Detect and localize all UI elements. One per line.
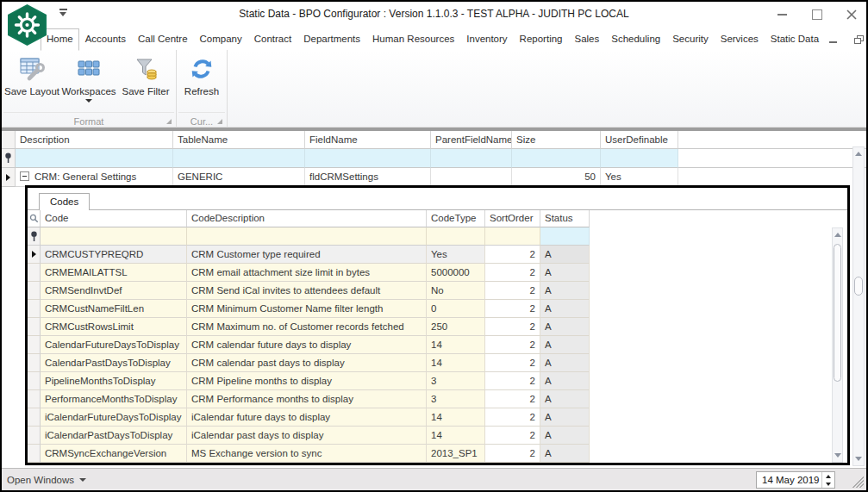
ribbon-tab-reporting[interactable]: Reporting — [514, 28, 569, 50]
cell-code[interactable]: CalendarPastDaysToDisplay — [41, 354, 187, 372]
cell-desc[interactable]: CRM Maximum no. of Customer records fetc… — [187, 318, 427, 336]
codes-grid-scrollbar[interactable] — [832, 227, 843, 463]
column-header-fieldname[interactable]: FieldName — [305, 131, 431, 149]
cell-desc[interactable]: iCalendar future days to display — [187, 408, 427, 427]
cell-status[interactable]: A — [540, 318, 590, 336]
filter-cell-parentfieldname[interactable] — [431, 149, 512, 168]
collapse-detail-icon[interactable] — [20, 171, 29, 181]
cell-type[interactable]: 14 — [427, 408, 485, 427]
cell-desc[interactable]: CRM email attachment size limit in bytes — [187, 264, 427, 282]
column-header-description[interactable]: Description — [16, 131, 173, 149]
cell-desc[interactable]: CRM Performance months to display — [187, 390, 427, 408]
codes-grid-row[interactable]: CalendarPastDaysToDisplayCRM calendar pa… — [28, 354, 847, 372]
filter-cell-size[interactable] — [512, 149, 601, 168]
date-spin-down-icon[interactable] — [822, 480, 834, 488]
filter-cell-sortorder[interactable] — [485, 227, 540, 246]
date-spin-up-icon[interactable] — [822, 472, 834, 480]
scroll-down-icon[interactable] — [853, 452, 864, 465]
cell-code[interactable]: CRMCustNameFiltLen — [41, 300, 187, 318]
ribbon-tab-human-resources[interactable]: Human Resources — [366, 28, 460, 50]
cell-status[interactable]: A — [540, 408, 590, 427]
column-header-size[interactable]: Size — [512, 131, 601, 149]
format-group-dialog-launcher-icon[interactable] — [166, 119, 172, 124]
quick-access-toolbar-arrow-icon[interactable] — [59, 9, 69, 19]
ribbon-tab-services[interactable]: Services — [715, 28, 765, 50]
minimize-button[interactable] — [777, 8, 789, 20]
filter-cell-fieldname[interactable] — [305, 149, 431, 168]
ribbon-tab-security[interactable]: Security — [666, 28, 715, 50]
filter-cell-codetype[interactable] — [427, 227, 485, 246]
mdi-minimize-button[interactable] — [828, 35, 839, 45]
cell-status[interactable]: A — [540, 354, 590, 372]
filter-cell-description[interactable] — [16, 149, 173, 168]
cell-code[interactable]: CRMEMAILATTSL — [41, 264, 187, 282]
scroll-thumb[interactable] — [854, 277, 863, 296]
main-scrollbar[interactable] — [852, 146, 865, 466]
cell-sort[interactable]: 2 — [485, 282, 540, 300]
cell-code[interactable]: CRMCustRowsLimit — [41, 318, 187, 336]
mdi-restore-button[interactable] — [854, 35, 865, 45]
scroll-up-icon[interactable] — [853, 147, 864, 160]
codes-grid-row[interactable]: CRMEMAILATTSLCRM email attachment size l… — [28, 264, 847, 282]
cell-type[interactable]: 14 — [427, 336, 485, 354]
ribbon-tab-static-data[interactable]: Static Data — [765, 28, 825, 50]
cell-status[interactable]: A — [540, 445, 590, 463]
column-header-codedescription[interactable]: CodeDescription — [187, 210, 427, 227]
codes-grid-row[interactable]: CalendarFutureDaysToDisplayCRM calendar … — [28, 336, 847, 354]
cell-size[interactable]: 50 — [512, 168, 601, 187]
cell-type[interactable]: 250 — [427, 318, 485, 336]
cell-type[interactable]: 2013_SP1 — [427, 445, 485, 463]
ribbon-tab-accounts[interactable]: Accounts — [79, 28, 132, 50]
maximize-button[interactable] — [811, 8, 823, 20]
cell-desc[interactable]: CRM Customer type required — [187, 246, 427, 264]
cell-code[interactable]: CalendarFutureDaysToDisplay — [41, 336, 187, 354]
cell-code[interactable]: iCalendarPastDaysToDisplay — [41, 427, 187, 445]
cell-desc[interactable]: CRM Pipeline months to display — [187, 372, 427, 390]
cell-sort[interactable]: 2 — [485, 427, 540, 445]
codes-grid-row[interactable]: CRMCUSTYPREQRDCRM Customer type required… — [28, 246, 847, 264]
ribbon-tab-company[interactable]: Company — [194, 28, 248, 50]
ribbon-tab-call-centre[interactable]: Call Centre — [132, 28, 194, 50]
cell-desc[interactable]: iCalendar past days to display — [187, 427, 427, 445]
filter-cell-status[interactable] — [540, 227, 590, 246]
open-windows-button[interactable]: Open Windows — [7, 475, 86, 485]
codes-grid-row[interactable]: PerformanceMonthsToDisplayCRM Performanc… — [28, 390, 847, 408]
cell-userdefinable[interactable]: Yes — [601, 168, 678, 187]
column-header-code[interactable]: Code — [41, 210, 187, 227]
filter-cell-tablename[interactable] — [173, 149, 305, 168]
scroll-down-icon[interactable] — [833, 449, 842, 462]
column-header-sortorder[interactable]: SortOrder — [485, 210, 540, 227]
codes-grid-row[interactable]: CRMSyncExchangeVersionMS Exchange versio… — [28, 445, 847, 463]
current-group-dialog-launcher-icon[interactable] — [217, 119, 222, 124]
codes-grid-row[interactable]: CRMSendInvtDefCRM Send iCal invites to a… — [28, 282, 847, 300]
cell-type[interactable]: 3 — [427, 372, 485, 390]
codes-grid-row[interactable]: iCalendarPastDaysToDisplayiCalendar past… — [28, 427, 847, 445]
codes-grid-row[interactable]: CRMCustRowsLimitCRM Maximum no. of Custo… — [28, 318, 847, 336]
scroll-up-icon[interactable] — [833, 228, 842, 241]
cell-tablename[interactable]: GENERIC — [173, 168, 305, 187]
column-header-userdefinable[interactable]: UserDefinable — [601, 131, 678, 149]
resize-grip[interactable] — [852, 476, 864, 488]
ribbon-tab-scheduling[interactable]: Scheduling — [605, 28, 666, 50]
save-filter-button[interactable]: Save Filter — [117, 52, 174, 97]
column-header-status[interactable]: Status — [540, 210, 590, 227]
column-header-codetype[interactable]: CodeType — [427, 210, 485, 227]
refresh-button[interactable]: Refresh — [178, 52, 225, 97]
cell-sort[interactable]: 2 — [485, 264, 540, 282]
ribbon-tab-sales[interactable]: Sales — [568, 28, 605, 50]
cell-type[interactable]: Yes — [427, 246, 485, 264]
cell-type[interactable]: No — [427, 282, 485, 300]
date-value[interactable]: 14 May 2019 — [757, 472, 821, 488]
cell-description[interactable]: CRM: General Settings — [16, 168, 173, 187]
filter-cell-userdefinable[interactable] — [601, 149, 678, 168]
column-header-tablename[interactable]: TableName — [173, 131, 305, 149]
cell-sort[interactable]: 2 — [485, 445, 540, 463]
cell-code[interactable]: CRMCUSTYPREQRD — [41, 246, 187, 264]
tab-codes[interactable]: Codes — [39, 193, 90, 210]
cell-desc[interactable]: CRM calendar past days to display — [187, 354, 427, 372]
save-layout-button[interactable]: Save Layout — [3, 52, 60, 97]
app-logo-gear-icon[interactable] — [8, 4, 47, 46]
cell-code[interactable]: PipelineMonthsToDisplay — [41, 372, 187, 390]
cell-status[interactable]: A — [540, 246, 590, 264]
filter-cell-code[interactable] — [41, 227, 187, 246]
